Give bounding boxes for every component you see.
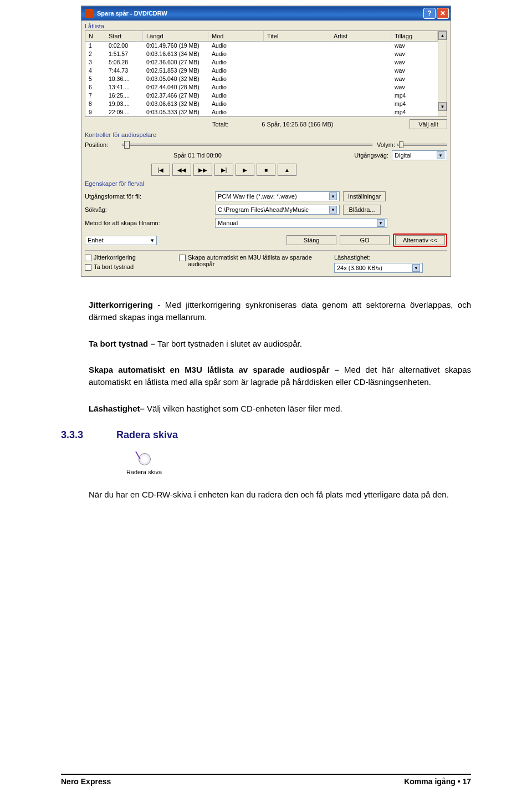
- props-panel-label: Egenskaper för flerval: [81, 178, 451, 188]
- scroll-down-icon[interactable]: ▼: [438, 102, 447, 111]
- forward-button[interactable]: ▶▶: [193, 164, 212, 176]
- chevron-down-icon: ▼: [437, 151, 444, 159]
- position-label: Position:: [85, 141, 118, 148]
- readspeed-dropdown[interactable]: 24x (3.600 KB/s) ▼: [334, 263, 423, 273]
- output-value: Digital: [395, 152, 412, 159]
- paragraph-m3u: Skapa automatiskt en M3U låtlista av spa…: [89, 364, 471, 388]
- play-button[interactable]: ▶: [236, 164, 254, 176]
- erase-disc-icon: [136, 452, 152, 465]
- table-header[interactable]: N Start Längd Mod Titel Artist Tillägg: [85, 31, 438, 42]
- table-row[interactable]: 510:36....0:03.05.040 (32 MB)Audiowav: [85, 75, 438, 83]
- paragraph-jitter: Jitterkorrigering - Med jitterkorrigerin…: [89, 299, 471, 323]
- volume-label: Volym:: [377, 141, 395, 148]
- filename-method-dropdown[interactable]: Manual ▼: [215, 218, 387, 228]
- table-row[interactable]: 819:03....0:03.06.613 (32 MB)Audiomp4: [85, 100, 438, 108]
- path-value: C:\Program Files\Ahead\MyMusic: [218, 206, 309, 213]
- table-row[interactable]: 35:08.280:02.36.600 (27 MB)Audiowav: [85, 58, 438, 67]
- position-slider[interactable]: [122, 144, 372, 146]
- table-row[interactable]: 21:51.570:03.16.613 (34 MB)Audiowav: [85, 50, 438, 58]
- totals-label: Totalt:: [212, 121, 228, 128]
- track-time-label: Spår 01 Tid 00:00: [173, 152, 222, 159]
- skip-back-button[interactable]: |◀: [151, 164, 170, 176]
- window-title: Spara spår - DVD/CDRW: [97, 10, 167, 17]
- device-value: Enhet: [88, 237, 104, 243]
- rewind-button[interactable]: ◀◀: [172, 164, 191, 176]
- scroll-up-icon[interactable]: ▲: [438, 31, 447, 40]
- col-titel[interactable]: Titel: [264, 31, 330, 41]
- paragraph-erase: När du har en CD-RW-skiva i enheten kan …: [89, 489, 471, 501]
- col-n[interactable]: N: [85, 31, 105, 41]
- footer-right: Komma igång • 17: [404, 777, 471, 786]
- m3u-checkbox[interactable]: Skapa automatiskt en M3U låtlista av spa…: [179, 254, 334, 267]
- app-icon: [85, 9, 94, 18]
- table-row[interactable]: 47:44.730:02.51.853 (29 MB)Audiowav: [85, 67, 438, 75]
- col-langd[interactable]: Längd: [143, 31, 208, 41]
- chevron-down-icon: ▼: [412, 264, 420, 272]
- erase-disc-label: Radera skiva: [126, 469, 162, 475]
- filename-method-value: Manual: [218, 220, 238, 226]
- col-mod[interactable]: Mod: [208, 31, 264, 41]
- alternativ-highlight: Alternativ <<: [393, 233, 447, 247]
- paragraph-readspeed: Läshastighet– Välj vilken hastighet som …: [89, 403, 471, 415]
- select-all-button[interactable]: Välj allt: [410, 119, 447, 129]
- go-button[interactable]: GO: [340, 235, 390, 245]
- scrollbar[interactable]: ▲ ▼: [438, 31, 447, 116]
- filename-method-label: Metod för att skapa filnamn:: [85, 220, 215, 226]
- chevron-down-icon: ▼: [329, 192, 337, 200]
- output-label: Utgångsväg:: [354, 152, 388, 159]
- readspeed-label: Läshastighet:: [334, 254, 370, 261]
- volume-slider[interactable]: [397, 144, 447, 146]
- footer-left: Nero Express: [61, 777, 111, 786]
- section-title: Radera skiva: [116, 429, 178, 441]
- device-dropdown[interactable]: Enhet ▾: [85, 236, 157, 245]
- page-footer: Nero Express Komma igång • 17: [61, 774, 471, 786]
- path-dropdown[interactable]: C:\Program Files\Ahead\MyMusic ▼: [215, 205, 340, 215]
- table-row[interactable]: 922:09....0:03.05.333 (32 MB)Audiomp4: [85, 108, 438, 116]
- close-dialog-button[interactable]: Stäng: [287, 235, 336, 245]
- options-button[interactable]: Alternativ <<: [395, 235, 445, 245]
- output-format-label: Utgångsformat för fil:: [85, 193, 215, 200]
- col-tillagg[interactable]: Tillägg: [391, 31, 438, 41]
- erase-disc-graphic: Radera skiva: [116, 452, 172, 475]
- paragraph-silence: Ta bort tystnad – Tar bort tystnaden i s…: [89, 338, 471, 350]
- path-label: Sökväg:: [85, 206, 215, 213]
- totals-value: 6 Spår, 16:25.68 (166 MB): [262, 121, 333, 128]
- chevron-down-icon: ▼: [329, 206, 337, 214]
- readspeed-value: 24x (3.600 KB/s): [337, 265, 382, 271]
- output-dropdown[interactable]: Digital ▼: [392, 150, 447, 160]
- table-row[interactable]: 716:25....0:02.37.466 (27 MB)Audiomp4: [85, 92, 438, 100]
- jitter-checkbox[interactable]: Jitterkorrigering: [85, 254, 179, 261]
- titlebar[interactable]: Spara spår - DVD/CDRW ? ✕: [81, 6, 451, 21]
- col-start[interactable]: Start: [105, 31, 143, 41]
- section-number: 3.3.3: [61, 429, 116, 441]
- output-format-dropdown[interactable]: PCM Wav file (*.wav; *.wave) ▼: [215, 191, 340, 201]
- browse-button[interactable]: Bläddra...: [343, 205, 381, 215]
- close-button[interactable]: ✕: [437, 8, 449, 19]
- track-table: N Start Längd Mod Titel Artist Tillägg 1…: [85, 31, 447, 117]
- caret-down-icon: ▾: [151, 237, 154, 244]
- chevron-down-icon: ▼: [377, 219, 385, 227]
- eject-button[interactable]: ▲: [278, 164, 296, 176]
- table-row[interactable]: 10:02.000:01.49.760 (19 MB)Audiowav: [85, 42, 438, 50]
- table-row[interactable]: 613:41....0:02.44.040 (28 MB)Audiowav: [85, 83, 438, 92]
- app-window: Spara spår - DVD/CDRW ? ✕ Låtlista N Sta…: [81, 6, 451, 277]
- player-panel-label: Kontroller för audiospelare: [81, 129, 451, 139]
- stop-button[interactable]: ■: [257, 164, 275, 176]
- col-artist[interactable]: Artist: [330, 31, 391, 41]
- output-format-value: PCM Wav file (*.wav; *.wave): [218, 193, 297, 200]
- skip-forward-button[interactable]: ▶|: [214, 164, 233, 176]
- help-button[interactable]: ?: [423, 8, 436, 19]
- tracklist-panel-label: Låtlista: [81, 21, 451, 31]
- settings-button[interactable]: Inställningar: [343, 191, 386, 201]
- remove-silence-checkbox[interactable]: Ta bort tystnad: [85, 263, 179, 271]
